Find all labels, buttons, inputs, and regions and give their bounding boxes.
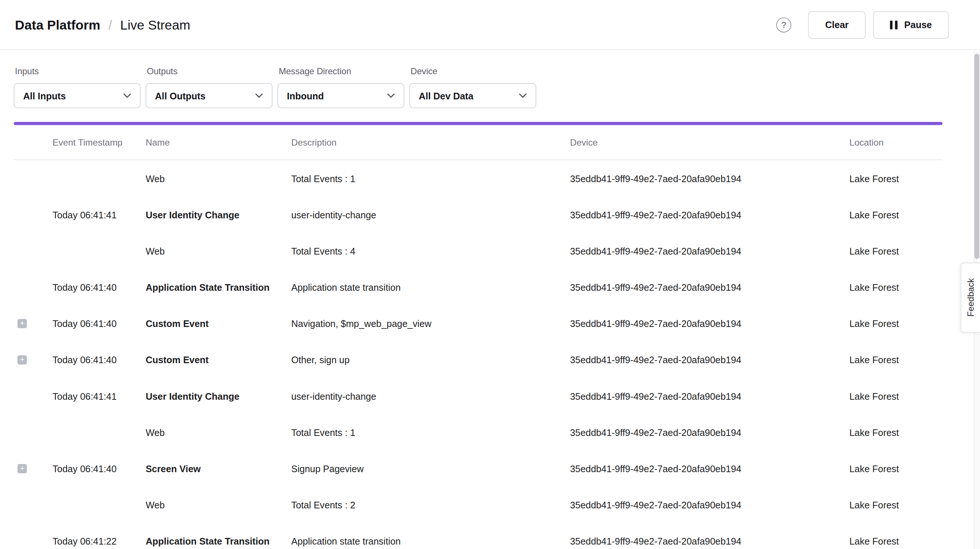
event-location: Lake Forest (849, 173, 942, 184)
live-stream-page: Data Platform / Live Stream ? Clear Paus… (0, 0, 980, 549)
filter-outputs-value: All Outputs (155, 91, 206, 101)
filter-outputs: Outputs All Outputs (145, 66, 272, 108)
breadcrumb: Data Platform / Live Stream (15, 18, 191, 32)
filter-inputs-value: All Inputs (23, 91, 66, 101)
help-icon[interactable]: ? (776, 18, 792, 32)
event-name: Screen View (145, 463, 291, 474)
table-row[interactable]: + Today 06:41:41 User Identity Change us… (14, 196, 942, 232)
filter-device: Device All Dev Data (409, 66, 536, 108)
table-row[interactable]: + Web Total Events : 1 35eddb41-9ff9-49e… (14, 160, 942, 196)
filter-device-value: All Dev Data (419, 91, 473, 101)
event-name: Application State Transition (145, 282, 291, 293)
event-device: 35eddb41-9ff9-49e2-7aed-20afa90eb194 (570, 354, 850, 365)
filter-inputs-select[interactable]: All Inputs (14, 83, 141, 108)
chevron-down-icon (255, 93, 263, 98)
filter-message-direction: Message Direction Inbound (278, 66, 405, 108)
filter-outputs-select[interactable]: All Outputs (145, 83, 272, 108)
col-location: Location (849, 137, 942, 147)
event-description: Total Events : 1 (291, 173, 570, 184)
feedback-tab[interactable]: Feedback (961, 263, 980, 333)
event-location: Lake Forest (849, 354, 942, 365)
event-description: Signup Pageview (291, 463, 570, 474)
event-device: 35eddb41-9ff9-49e2-7aed-20afa90eb194 (570, 500, 850, 510)
filter-outputs-label: Outputs (147, 66, 272, 76)
filter-message-direction-value: Inbound (287, 91, 324, 101)
event-description: Total Events : 2 (291, 500, 570, 510)
table-row[interactable]: + Web Total Events : 2 35eddb41-9ff9-49e… (14, 487, 942, 523)
col-event-timestamp: Event Timestamp (52, 137, 145, 147)
col-name: Name (145, 137, 291, 147)
pause-button[interactable]: Pause (873, 11, 948, 38)
filter-device-label: Device (410, 66, 536, 76)
filter-inputs-label: Inputs (15, 66, 141, 76)
event-timestamp: Today 06:41:40 (52, 282, 145, 293)
event-location: Lake Forest (849, 282, 942, 293)
filter-message-direction-select[interactable]: Inbound (278, 83, 405, 108)
event-device: 35eddb41-9ff9-49e2-7aed-20afa90eb194 (570, 282, 850, 293)
pause-button-label: Pause (904, 19, 932, 30)
event-table: Event Timestamp Name Description Device … (14, 125, 942, 549)
event-device: 35eddb41-9ff9-49e2-7aed-20afa90eb194 (570, 209, 850, 220)
breadcrumb-separator: / (108, 18, 112, 32)
table-row[interactable]: + Web Total Events : 1 35eddb41-9ff9-49e… (14, 414, 942, 450)
event-name: User Identity Change (145, 209, 291, 220)
expand-row-icon[interactable]: + (18, 464, 27, 473)
chevron-down-icon (123, 93, 131, 98)
event-device: 35eddb41-9ff9-49e2-7aed-20afa90eb194 (570, 173, 850, 184)
table-row[interactable]: + Today 06:41:40 Custom Event Navigation… (14, 305, 942, 342)
expand-cell: + (14, 500, 52, 509)
filters-bar: Inputs All Inputs Outputs All Outputs Me… (0, 50, 980, 108)
col-device: Device (570, 137, 850, 147)
event-name: Web (145, 245, 291, 256)
event-device: 35eddb41-9ff9-49e2-7aed-20afa90eb194 (570, 318, 850, 329)
expand-cell: + (14, 282, 52, 292)
event-location: Lake Forest (849, 391, 942, 401)
expand-cell: + (14, 428, 52, 437)
event-name: Custom Event (145, 318, 291, 329)
table-header: Event Timestamp Name Description Device … (14, 125, 942, 160)
event-device: 35eddb41-9ff9-49e2-7aed-20afa90eb194 (570, 427, 850, 437)
event-name: User Identity Change (145, 391, 291, 401)
event-location: Lake Forest (849, 463, 942, 474)
expand-row-icon[interactable]: + (18, 318, 27, 328)
header-actions: ? Clear Pause (776, 11, 949, 38)
table-row[interactable]: + Today 06:41:22 Application State Trans… (14, 523, 942, 549)
event-timestamp: Today 06:41:40 (52, 354, 145, 365)
event-description: Application state transition (291, 536, 570, 546)
event-timestamp: Today 06:41:22 (52, 536, 145, 546)
expand-cell: + (14, 464, 52, 473)
table-row[interactable]: + Web Total Events : 4 35eddb41-9ff9-49e… (14, 233, 942, 269)
expand-row-icon[interactable]: + (18, 355, 27, 364)
page-title: Live Stream (120, 18, 191, 32)
event-device: 35eddb41-9ff9-49e2-7aed-20afa90eb194 (570, 391, 850, 401)
expand-cell: + (14, 174, 52, 183)
table-row[interactable]: + Today 06:41:40 Application State Trans… (14, 269, 942, 305)
event-description: Navigation, $mp_web_page_view (291, 318, 570, 329)
event-description: user-identity-change (291, 209, 570, 220)
feedback-tab-label: Feedback (966, 279, 975, 317)
event-timestamp: Today 06:41:40 (52, 463, 145, 474)
expand-cell: + (14, 391, 52, 401)
breadcrumb-data-platform[interactable]: Data Platform (15, 18, 100, 32)
scrollbar-thumb[interactable] (974, 54, 980, 259)
filter-device-select[interactable]: All Dev Data (409, 83, 536, 108)
expand-cell: + (14, 536, 52, 545)
event-location: Lake Forest (849, 318, 942, 329)
event-name: Custom Event (145, 354, 291, 365)
table-row[interactable]: + Today 06:41:41 User Identity Change us… (14, 378, 942, 414)
event-timestamp: Today 06:41:40 (52, 318, 145, 329)
event-location: Lake Forest (849, 536, 942, 546)
event-description: Application state transition (291, 282, 570, 293)
event-location: Lake Forest (849, 500, 942, 510)
event-description: Total Events : 1 (291, 427, 570, 437)
event-name: Web (145, 427, 291, 437)
event-name: Web (145, 500, 291, 510)
filter-inputs: Inputs All Inputs (14, 66, 141, 108)
expand-cell: + (14, 318, 52, 328)
table-row[interactable]: + Today 06:41:40 Custom Event Other, sig… (14, 342, 942, 378)
table-row[interactable]: + Today 06:41:40 Screen View Signup Page… (14, 450, 942, 487)
event-location: Lake Forest (849, 209, 942, 220)
clear-button[interactable]: Clear (808, 11, 865, 38)
expand-cell: + (14, 210, 52, 219)
event-description: user-identity-change (291, 391, 570, 401)
